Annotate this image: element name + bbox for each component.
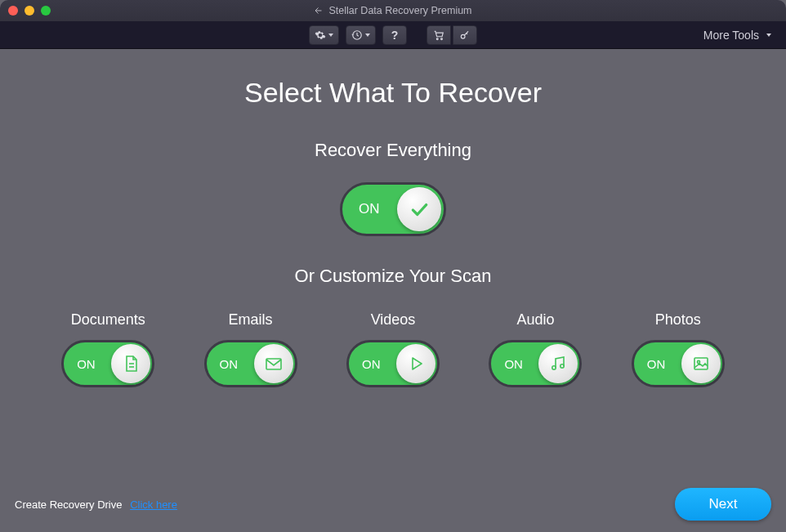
category-label: Videos: [371, 311, 416, 329]
category-audio: Audio ON: [468, 311, 602, 387]
toggle-knob: [538, 344, 578, 383]
category-label: Audio: [516, 311, 554, 329]
toggle-state-label: ON: [504, 357, 523, 371]
toolbar-center: ?: [0, 25, 786, 45]
titlebar: Stellar Data Recovery Premium: [0, 0, 786, 21]
window-title: Stellar Data Recovery Premium: [328, 5, 471, 16]
recover-everything-toggle-wrap: ON: [41, 182, 745, 236]
document-icon: [121, 354, 141, 373]
toggle-knob: [397, 187, 441, 231]
toggle-state-label: ON: [647, 357, 666, 371]
play-icon: [406, 354, 426, 373]
category-label: Documents: [71, 311, 145, 329]
cart-icon: [433, 29, 444, 41]
photos-toggle[interactable]: ON: [632, 340, 725, 387]
create-recovery-label: Create Recovery Drive: [15, 498, 123, 511]
window-controls: [8, 6, 51, 16]
toggle-knob: [681, 344, 721, 383]
gear-icon: [315, 29, 326, 41]
toolbar: ? More Tools: [0, 21, 786, 49]
next-button[interactable]: Next: [675, 488, 771, 521]
cart-button[interactable]: [426, 25, 451, 45]
toggle-state-label: ON: [220, 357, 239, 371]
music-icon: [548, 354, 568, 373]
email-icon: [264, 354, 284, 373]
videos-toggle[interactable]: ON: [346, 340, 440, 387]
history-button[interactable]: [346, 25, 376, 45]
category-photos: Photos ON: [611, 311, 745, 387]
click-here-link[interactable]: Click here: [130, 498, 177, 511]
category-documents: Documents ON: [41, 311, 175, 387]
category-videos: Videos ON: [326, 311, 460, 387]
emails-toggle[interactable]: ON: [204, 340, 297, 387]
key-icon: [459, 29, 471, 41]
chevron-down-icon: [766, 34, 771, 37]
recover-everything-toggle[interactable]: ON: [340, 182, 446, 236]
svg-rect-5: [266, 359, 281, 369]
page-title: Select What To Recover: [41, 77, 745, 109]
toggle-knob: [396, 344, 435, 383]
history-icon: [351, 29, 363, 41]
category-label: Photos: [655, 311, 701, 329]
toggle-state-label: ON: [77, 357, 96, 371]
question-icon: ?: [391, 29, 399, 42]
purchase-group: [426, 25, 477, 45]
back-arrow-icon: [314, 6, 324, 16]
window-title-wrap: Stellar Data Recovery Premium: [0, 5, 786, 16]
svg-point-7: [552, 366, 556, 369]
check-icon: [409, 199, 430, 220]
photo-icon: [691, 354, 711, 373]
svg-point-0: [436, 38, 438, 39]
minimize-window-button[interactable]: [25, 6, 34, 16]
svg-point-1: [441, 38, 443, 39]
audio-toggle[interactable]: ON: [489, 340, 582, 387]
toggle-knob: [254, 344, 293, 383]
more-tools-label: More Tools: [703, 29, 759, 42]
category-emails: Emails ON: [183, 311, 317, 387]
svg-point-2: [461, 34, 465, 38]
toggle-state-label: ON: [359, 201, 380, 217]
recover-everything-label: Recover Everything: [41, 140, 745, 161]
svg-marker-6: [413, 358, 422, 369]
help-button[interactable]: ?: [382, 25, 407, 45]
category-label: Emails: [229, 311, 273, 329]
main-content: Select What To Recover Recover Everythin…: [0, 49, 786, 387]
chevron-down-icon: [328, 34, 333, 37]
svg-point-8: [560, 364, 564, 368]
create-recovery-drive: Create Recovery Drive Click here: [15, 498, 177, 511]
more-tools-button[interactable]: More Tools: [703, 29, 771, 42]
toggle-knob: [111, 344, 150, 383]
documents-toggle[interactable]: ON: [61, 340, 154, 387]
toggle-state-label: ON: [362, 357, 381, 371]
categories-row: Documents ON Emails ON Videos ON: [41, 311, 745, 387]
customize-scan-label: Or Customize Your Scan: [41, 266, 745, 287]
chevron-down-icon: [365, 34, 370, 37]
close-window-button[interactable]: [8, 6, 18, 16]
activate-button[interactable]: [453, 25, 477, 45]
footer: Create Recovery Drive Click here Next: [15, 488, 771, 521]
maximize-window-button[interactable]: [41, 6, 51, 16]
settings-button[interactable]: [309, 25, 339, 45]
